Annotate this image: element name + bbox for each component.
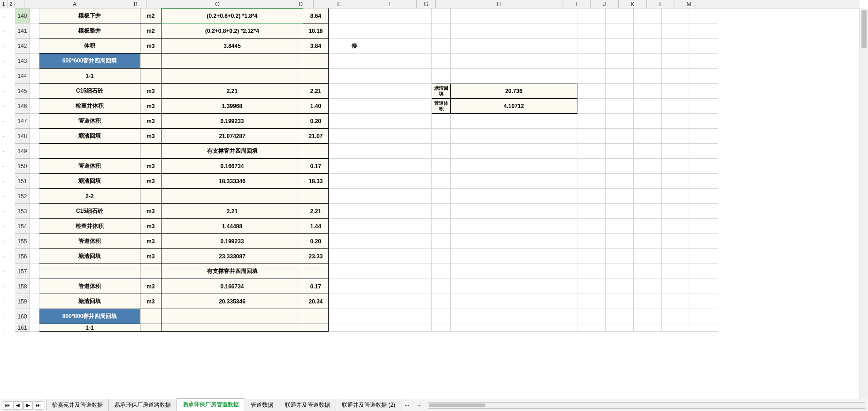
- tab-prev-button[interactable]: ◀: [13, 401, 23, 410]
- cell-B[interactable]: m3: [140, 204, 161, 219]
- cell-M[interactable]: [690, 84, 718, 99]
- cell-K[interactable]: [634, 99, 662, 114]
- cell-C[interactable]: 2.21: [161, 84, 303, 99]
- cell-H[interactable]: [451, 129, 577, 144]
- cell-I[interactable]: [577, 54, 606, 69]
- cell-L[interactable]: [662, 264, 690, 279]
- row-header[interactable]: 157: [15, 264, 30, 279]
- cell-H[interactable]: [451, 23, 577, 39]
- cell-K[interactable]: [634, 39, 662, 54]
- cell-F[interactable]: [380, 129, 432, 144]
- cell-D[interactable]: 0.17: [303, 159, 329, 174]
- cell-B[interactable]: m3: [140, 294, 161, 309]
- cell-G[interactable]: [432, 294, 451, 309]
- cell-C[interactable]: (0.2+0.8+0.2) *1.8*4: [161, 8, 303, 23]
- cell-L[interactable]: [662, 279, 690, 294]
- cell-I[interactable]: [577, 39, 606, 54]
- cell-M[interactable]: [690, 114, 718, 129]
- cell-I[interactable]: [577, 249, 606, 264]
- cell-B[interactable]: [140, 69, 161, 84]
- cell-L[interactable]: [662, 114, 690, 129]
- cell-K[interactable]: [634, 234, 662, 249]
- outline-dot[interactable]: ·: [0, 234, 8, 249]
- outline-level-1[interactable]: 1: [0, 0, 8, 8]
- cell-F[interactable]: [380, 219, 432, 234]
- cell-D[interactable]: [303, 144, 329, 159]
- cell-C[interactable]: 23.333087: [161, 249, 303, 264]
- row-header[interactable]: 158: [15, 279, 30, 294]
- cell-K[interactable]: [634, 159, 662, 174]
- cell-D[interactable]: 0.20: [303, 234, 329, 249]
- cell-J[interactable]: [606, 279, 634, 294]
- cell-G[interactable]: [432, 8, 451, 23]
- cell-E[interactable]: [329, 144, 380, 159]
- cell-I[interactable]: [577, 114, 606, 129]
- outline-dot[interactable]: ·: [0, 114, 8, 129]
- cell-H[interactable]: [451, 174, 577, 189]
- cell-B[interactable]: m3: [140, 249, 161, 264]
- sheet-tab[interactable]: 怡嘉苑井及管道数据: [46, 399, 109, 411]
- cell-C[interactable]: 1.39968: [161, 99, 303, 114]
- cell-F[interactable]: [380, 54, 432, 69]
- cell-K[interactable]: [634, 114, 662, 129]
- outline-dot[interactable]: ·: [0, 264, 8, 279]
- cell-E[interactable]: 修: [329, 39, 380, 54]
- outline-dot[interactable]: ·: [0, 294, 8, 309]
- row-header[interactable]: 147: [15, 114, 30, 129]
- cell-B[interactable]: m3: [140, 279, 161, 294]
- cell-H[interactable]: 20.736: [451, 84, 577, 99]
- cell-G[interactable]: [432, 249, 451, 264]
- cell-J[interactable]: [606, 114, 634, 129]
- cell-K[interactable]: [634, 249, 662, 264]
- cell-H[interactable]: [451, 309, 577, 324]
- cell-F[interactable]: [380, 234, 432, 249]
- cell-A[interactable]: 1-1: [39, 324, 140, 332]
- outline-dot[interactable]: ·: [0, 279, 8, 294]
- cell[interactable]: [30, 294, 39, 309]
- cell-A[interactable]: C15细石砼: [39, 84, 140, 99]
- cell[interactable]: [30, 219, 39, 234]
- cell-G[interactable]: 塘渣回填: [432, 84, 451, 99]
- cell-A[interactable]: 塘渣回填: [39, 294, 140, 309]
- cell-F[interactable]: [380, 39, 432, 54]
- column-header-A[interactable]: A: [24, 0, 125, 8]
- cell-B[interactable]: [140, 144, 161, 159]
- cell-B[interactable]: [140, 324, 161, 332]
- column-header-F[interactable]: F: [365, 0, 417, 8]
- cell-M[interactable]: [690, 249, 718, 264]
- outline-level-2[interactable]: 2: [8, 0, 15, 8]
- cell-I[interactable]: [577, 144, 606, 159]
- cell-E[interactable]: [329, 99, 380, 114]
- cell-G[interactable]: [432, 129, 451, 144]
- cell-L[interactable]: [662, 84, 690, 99]
- cell-B[interactable]: [140, 309, 161, 324]
- cell-L[interactable]: [662, 249, 690, 264]
- cell[interactable]: [30, 174, 39, 189]
- cell-C[interactable]: 0.199233: [161, 234, 303, 249]
- outline-dot[interactable]: ·: [0, 54, 8, 69]
- cell-J[interactable]: [606, 234, 634, 249]
- cell-G[interactable]: [432, 54, 451, 69]
- cell-H[interactable]: [451, 249, 577, 264]
- cell-F[interactable]: [380, 159, 432, 174]
- cell-B[interactable]: m3: [140, 219, 161, 234]
- cell-J[interactable]: [606, 264, 634, 279]
- cell-A[interactable]: 检查井体积: [39, 99, 140, 114]
- cell-E[interactable]: [329, 23, 380, 39]
- horizontal-scrollbar[interactable]: [428, 402, 865, 409]
- cell-E[interactable]: [329, 264, 380, 279]
- row-header[interactable]: 152: [15, 189, 30, 204]
- cell-H[interactable]: [451, 144, 577, 159]
- cell-H[interactable]: [451, 159, 577, 174]
- cell-G[interactable]: [432, 159, 451, 174]
- row-header[interactable]: 161: [15, 324, 30, 332]
- cell-C[interactable]: 21.074287: [161, 129, 303, 144]
- cell-B[interactable]: m3: [140, 234, 161, 249]
- outline-dot[interactable]: ·: [0, 39, 8, 54]
- cell-F[interactable]: [380, 23, 432, 39]
- cell[interactable]: [30, 249, 39, 264]
- cell-L[interactable]: [662, 144, 690, 159]
- column-header-E[interactable]: E: [314, 0, 365, 8]
- outline-dot[interactable]: ·: [0, 249, 8, 264]
- cell-E[interactable]: [329, 219, 380, 234]
